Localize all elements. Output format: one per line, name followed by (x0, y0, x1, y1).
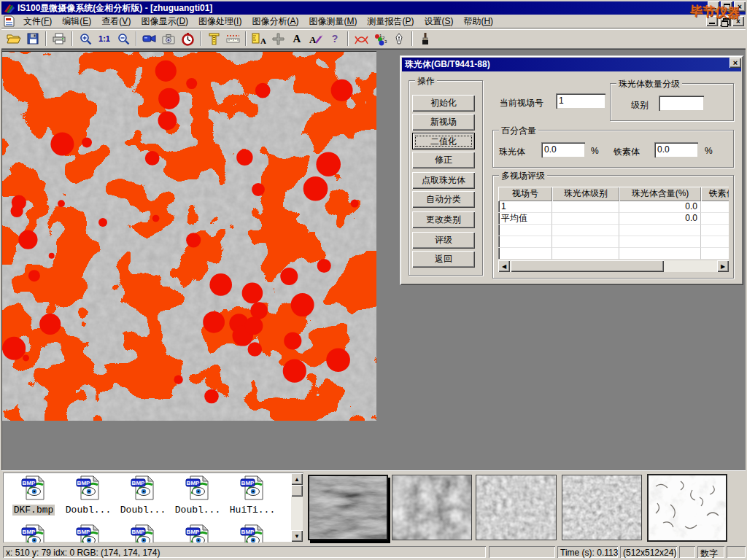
rating-group-label: 多视场评级 (499, 170, 547, 182)
status-empty-2 (679, 546, 695, 558)
file-name[interactable]: Doubl... (174, 505, 222, 516)
thumbnail-5[interactable] (647, 474, 727, 542)
file-item[interactable] (117, 524, 169, 542)
pearlite-percent-input[interactable]: 0.0 (541, 142, 585, 158)
file-item[interactable]: Doubl... (62, 475, 115, 516)
file-list-scrollbar[interactable]: ▲ ▼ (291, 473, 303, 542)
move-button[interactable] (269, 31, 287, 47)
file-item[interactable] (171, 524, 224, 542)
ferrite-percent-input[interactable]: 0.0 (654, 142, 698, 158)
col-pearlite-grade[interactable]: 珠光体级别 (552, 187, 619, 201)
rate-button[interactable]: 评级 (412, 232, 475, 249)
thumbnail-4[interactable] (562, 475, 642, 540)
toolbar: 1:1 A A A ? 123 (1, 29, 746, 49)
table-row[interactable] (498, 236, 729, 248)
pick-pearlite-button[interactable]: 点取珠光体 (412, 172, 475, 189)
rating-table[interactable]: 视场号 珠光体级别 珠光体含量(%) 铁素体含量(%) 10.0 平均值0.0 (498, 187, 729, 260)
toolbar-separator (45, 31, 47, 46)
return-button[interactable]: 返回 (412, 251, 475, 268)
caliper-button[interactable] (205, 31, 223, 47)
app-icon (3, 3, 15, 13)
toolbar-separator (136, 31, 137, 46)
thumbnail-2[interactable] (392, 475, 472, 540)
file-name[interactable]: DKF.bmp (12, 505, 55, 516)
init-button[interactable]: 初始化 (412, 95, 475, 112)
menu-file[interactable]: 文件(F) (18, 14, 57, 29)
brush-tool-button[interactable] (417, 31, 435, 47)
thumbnail-1[interactable] (308, 475, 388, 540)
open-button[interactable] (5, 31, 23, 47)
table-row[interactable]: 平均值0.0 (498, 213, 729, 225)
menu-report[interactable]: 测量报告(P) (362, 14, 419, 29)
file-item[interactable]: Doubl... (171, 475, 224, 516)
scroll-left-button[interactable]: ◀ (498, 260, 510, 272)
col-field-no[interactable]: 视场号 (498, 187, 552, 201)
file-item[interactable] (226, 524, 279, 542)
menu-image-analysis[interactable]: 图像分析(A) (247, 14, 303, 29)
toolbar-separator (200, 31, 201, 46)
print-button[interactable] (50, 31, 69, 47)
current-field-input[interactable]: 1 (556, 93, 605, 109)
table-row[interactable] (498, 225, 729, 236)
file-name[interactable]: Doubl... (64, 505, 112, 516)
dialog-close-button[interactable]: × (729, 58, 741, 68)
file-list[interactable]: DKF.bmp Doubl... Doubl... Doubl... HuiTi… (3, 472, 303, 542)
menu-settings[interactable]: 设置(S) (419, 14, 458, 29)
table-row[interactable]: 10.0 (498, 201, 729, 213)
file-item[interactable]: HuiTi... (226, 475, 279, 516)
zoom-in-button[interactable] (77, 31, 95, 47)
measure-label-button[interactable]: A (250, 31, 268, 47)
scroll-thumb[interactable] (511, 260, 664, 272)
save-button[interactable] (24, 31, 42, 47)
auto-classify-button[interactable]: 自动分类 (412, 191, 475, 208)
video-capture-button[interactable] (141, 31, 159, 47)
change-class-button[interactable]: 更改类别 (412, 211, 475, 228)
dialog-title-bar[interactable]: 珠光体(GB/T9441-88) (402, 58, 741, 71)
window-title: IS100显微摄像系统(金相分析版) - [zhuguangti01] (18, 2, 212, 15)
zoom-out-button[interactable] (115, 31, 133, 47)
col-ferrite-content[interactable]: 铁素体含量(%) (701, 187, 729, 201)
file-item[interactable] (62, 524, 115, 542)
curve-tool-button[interactable] (352, 31, 371, 47)
calibration-points-button[interactable]: 123 (371, 31, 390, 47)
scroll-up-button[interactable]: ▲ (291, 473, 303, 485)
scroll-thumb[interactable] (291, 485, 303, 497)
scroll-right-button[interactable]: ▶ (717, 260, 729, 272)
document-icon[interactable] (3, 15, 16, 27)
file-name[interactable]: HuiTi... (228, 505, 276, 516)
toolbar-separator (245, 31, 247, 46)
file-item[interactable]: Doubl... (117, 475, 169, 516)
col-pearlite-content[interactable]: 珠光体含量(%) (619, 187, 701, 201)
new-field-button[interactable]: 新视场 (412, 114, 475, 131)
menu-image-process[interactable]: 图像处理(I) (193, 14, 247, 29)
menu-image-measure[interactable]: 图像测量(M) (303, 14, 362, 29)
file-item[interactable] (7, 524, 60, 542)
help-button[interactable]: ? (326, 31, 344, 47)
rating-table-header: 视场号 珠光体级别 珠光体含量(%) 铁素体含量(%) (498, 187, 729, 201)
grade-label: 级别 (631, 99, 649, 112)
specimen-image[interactable] (1, 51, 376, 421)
binarize-button[interactable]: 二值化 (412, 133, 475, 149)
table-hscrollbar[interactable]: ◀ ▶ (498, 260, 729, 272)
pen-tool-button[interactable] (390, 31, 409, 47)
menu-edit[interactable]: 编辑(E) (57, 14, 96, 29)
file-name[interactable]: Doubl... (119, 505, 167, 516)
text-button[interactable]: A (288, 31, 306, 47)
timer-button[interactable] (179, 31, 197, 47)
actual-size-button[interactable]: 1:1 (96, 31, 114, 47)
scroll-down-button[interactable]: ▼ (291, 530, 303, 542)
menu-help[interactable]: 帮助(H) (458, 14, 498, 29)
file-item[interactable]: DKF.bmp (7, 475, 60, 516)
text-edit-button[interactable]: A (307, 31, 325, 47)
ruler-button[interactable] (224, 31, 242, 47)
menu-image-display[interactable]: 图像显示(D) (136, 14, 193, 29)
correct-button[interactable]: 修正 (412, 152, 475, 168)
percent-group: 百分含量 珠光体 0.0 % 铁素体 0.0 % (492, 130, 734, 168)
menu-view[interactable]: 查看(V) (96, 14, 136, 29)
grade-group: 珠光体数量分级 级别 (610, 83, 734, 121)
status-empty-3 (727, 546, 746, 558)
thumbnail-3[interactable] (476, 475, 557, 540)
table-row[interactable] (498, 248, 729, 260)
grade-input[interactable] (659, 96, 704, 111)
camera-capture-button[interactable] (160, 31, 178, 47)
